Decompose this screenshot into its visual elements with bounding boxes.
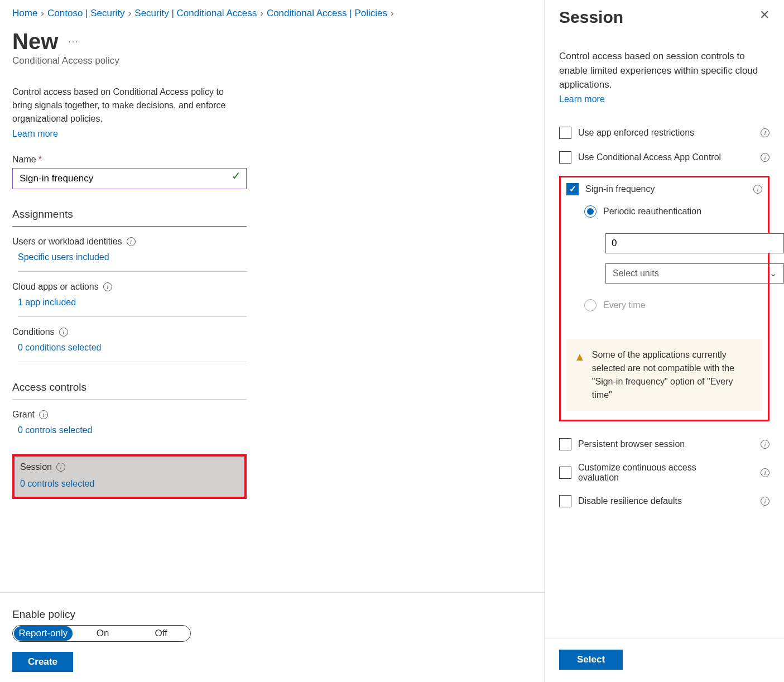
info-icon[interactable]: i	[103, 282, 112, 291]
page-description: Control access based on Conditional Acce…	[12, 85, 241, 126]
info-icon[interactable]: i	[761, 128, 769, 137]
warning-icon: ▲	[574, 348, 585, 402]
breadcrumb: Home › Contoso | Security › Security | C…	[12, 6, 532, 19]
create-button[interactable]: Create	[12, 652, 73, 672]
toggle-off[interactable]: Off	[132, 628, 190, 639]
enable-policy-toggle[interactable]: Report-only On Off	[12, 625, 191, 642]
conditions-link[interactable]: 0 conditions selected	[18, 343, 247, 362]
select-button[interactable]: Select	[559, 650, 623, 670]
page-subtitle: Conditional Access policy	[12, 55, 532, 66]
toggle-on[interactable]: On	[74, 628, 132, 639]
chevron-right-icon: ›	[41, 8, 44, 19]
info-icon[interactable]: i	[761, 153, 769, 162]
info-icon[interactable]: i	[753, 185, 762, 194]
assignments-heading: Assignments	[12, 208, 247, 227]
checkbox-persistent-browser[interactable]	[559, 438, 571, 450]
checkbox-cae[interactable]	[559, 467, 571, 479]
panel-learn-more-link[interactable]: Learn more	[559, 94, 769, 104]
main-content: Home › Contoso | Security › Security | C…	[0, 0, 544, 682]
label-resilience: Disable resilience defaults	[578, 496, 754, 506]
info-icon[interactable]: i	[127, 237, 136, 246]
users-link[interactable]: Specific users included	[18, 252, 247, 272]
label-every-time: Every time	[603, 300, 646, 310]
session-block-highlight: Session i 0 controls selected	[12, 454, 247, 499]
breadcrumb-contoso[interactable]: Contoso | Security	[47, 8, 125, 19]
session-panel: Session ✕ Control access based on sessio…	[544, 0, 784, 682]
warning-text: Some of the applications currently selec…	[592, 348, 754, 402]
learn-more-link[interactable]: Learn more	[12, 129, 532, 139]
chevron-right-icon: ›	[391, 8, 394, 19]
apps-label: Cloud apps or actions	[12, 282, 99, 292]
page-title: New	[12, 29, 58, 54]
more-actions-button[interactable]: ···	[68, 37, 79, 47]
toggle-report-only[interactable]: Report-only	[14, 626, 73, 641]
checkbox-resilience[interactable]	[559, 495, 571, 507]
required-indicator: *	[39, 155, 42, 165]
close-icon[interactable]: ✕	[759, 8, 769, 22]
signin-frequency-highlight: Sign-in frequency i Periodic reauthentic…	[559, 176, 769, 421]
warning-banner: ▲ Some of the applications currently sel…	[566, 339, 762, 411]
access-controls-heading: Access controls	[12, 381, 247, 400]
breadcrumb-security[interactable]: Security | Conditional Access	[134, 8, 257, 19]
breadcrumb-policies[interactable]: Conditional Access | Policies	[267, 8, 387, 19]
apps-link[interactable]: 1 app included	[18, 297, 247, 317]
radio-every-time[interactable]	[584, 299, 597, 311]
info-icon[interactable]: i	[56, 463, 65, 472]
grant-label: Grant	[12, 410, 35, 420]
policy-name-input[interactable]	[12, 168, 247, 189]
panel-title: Session	[559, 8, 623, 27]
checkmark-icon: ✓	[232, 169, 241, 182]
info-icon[interactable]: i	[59, 328, 68, 337]
panel-description: Control access based on session controls…	[559, 49, 769, 92]
info-icon[interactable]: i	[761, 497, 769, 506]
footer: Enable policy Report-only On Off Create	[0, 592, 544, 672]
label-periodic: Periodic reauthentication	[603, 206, 701, 217]
name-label: Name	[12, 155, 36, 165]
units-placeholder: Select units	[613, 268, 659, 278]
users-label: Users or workload identities	[12, 237, 122, 247]
chevron-right-icon: ›	[128, 8, 132, 19]
label-app-enforced: Use app enforced restrictions	[578, 128, 754, 138]
checkbox-ca-app-control[interactable]	[559, 151, 571, 164]
label-ca-app-control: Use Conditional Access App Control	[578, 152, 754, 162]
breadcrumb-home[interactable]: Home	[12, 8, 37, 19]
label-persistent-browser: Persistent browser session	[578, 439, 754, 449]
label-cae: Customize continuous access evaluation	[578, 463, 723, 483]
radio-periodic[interactable]	[584, 205, 597, 218]
info-icon[interactable]: i	[761, 440, 769, 449]
frequency-value-input[interactable]	[605, 233, 784, 253]
chevron-right-icon: ›	[260, 8, 263, 19]
chevron-down-icon: ⌄	[769, 268, 777, 278]
frequency-units-select[interactable]: Select units ⌄	[605, 263, 784, 284]
conditions-label: Conditions	[12, 327, 55, 337]
grant-link[interactable]: 0 controls selected	[18, 425, 247, 444]
info-icon[interactable]: i	[39, 410, 48, 419]
info-icon[interactable]: i	[761, 468, 769, 477]
checkbox-app-enforced[interactable]	[559, 127, 571, 139]
label-signin-frequency: Sign-in frequency	[585, 184, 747, 194]
session-label: Session	[20, 462, 52, 472]
session-link[interactable]: 0 controls selected	[20, 479, 239, 489]
checkbox-signin-frequency[interactable]	[566, 183, 579, 195]
enable-policy-label: Enable policy	[12, 608, 532, 621]
